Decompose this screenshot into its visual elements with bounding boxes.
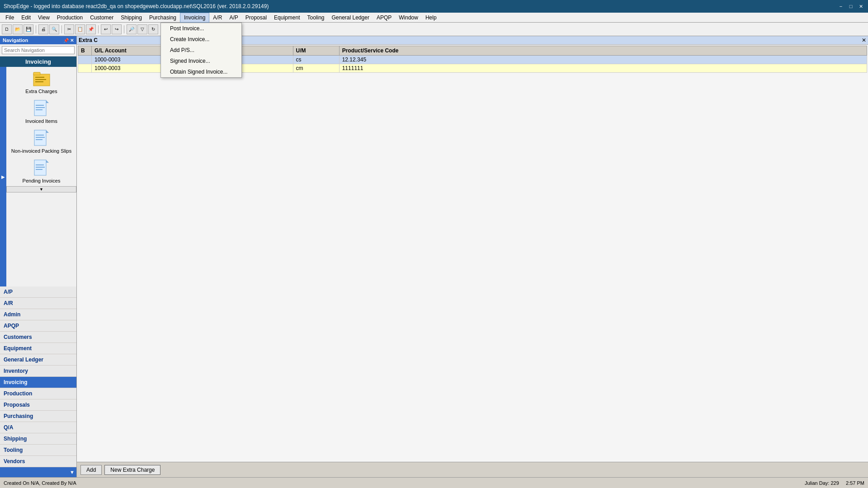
nav-icon-extra-charges[interactable]: Extra Charges: [6, 67, 76, 97]
menu-purchasing[interactable]: Purchasing: [146, 13, 180, 23]
table-container: B G/L Account Unit Price U/M Product/Ser…: [77, 45, 868, 462]
menu-production[interactable]: Production: [53, 13, 86, 23]
add-button[interactable]: Add: [80, 465, 102, 475]
menu-view[interactable]: View: [34, 13, 53, 23]
new-extra-charge-button[interactable]: New Extra Charge: [104, 465, 160, 475]
toolbar-save[interactable]: 💾: [24, 24, 33, 34]
toolbar-preview[interactable]: 🔍: [49, 24, 59, 34]
svg-rect-14: [36, 164, 44, 165]
menu-ar[interactable]: A/R: [209, 13, 226, 23]
maximize-button[interactable]: □: [847, 3, 854, 10]
pending-invoices-label: Pending Invoices: [23, 178, 61, 183]
nav-cat-invoicing[interactable]: Invoicing: [0, 377, 76, 388]
status-bar: Created On N/A, Created By N/A Julian Da…: [0, 477, 868, 488]
menu-bar: File Edit View Production Customer Shipp…: [0, 13, 868, 23]
menu-gl[interactable]: General Ledger: [328, 13, 373, 23]
close-button[interactable]: ✕: [857, 3, 864, 10]
menu-tooling[interactable]: Tooling: [303, 13, 328, 23]
nav-cat-tooling[interactable]: Tooling: [0, 445, 76, 456]
nav-cat-admin[interactable]: Admin: [0, 309, 76, 320]
menu-help[interactable]: Help: [422, 13, 440, 23]
content-close-button[interactable]: ✕: [862, 37, 866, 43]
nav-header-label: Navigation: [3, 38, 28, 43]
menu-customer[interactable]: Customer: [86, 13, 117, 23]
non-invoiced-icon: [33, 129, 51, 147]
nav-cat-proposals[interactable]: Proposals: [0, 399, 76, 411]
menu-file[interactable]: File: [2, 13, 18, 23]
nav-cat-purchasing[interactable]: Purchasing: [0, 411, 76, 422]
invoiced-items-label: Invoiced Items: [25, 118, 57, 124]
nav-icons-area: ▶ Extra Charges: [0, 67, 76, 286]
nav-panel: Navigation 📌 ✕ Invoicing ▶: [0, 36, 77, 477]
cell-b-2: [78, 64, 92, 73]
main-layout: Navigation 📌 ✕ Invoicing ▶: [0, 36, 868, 477]
toolbar-refresh[interactable]: ↻: [148, 24, 158, 34]
dropdown-obtain-signed[interactable]: Obtain Signed Invoice...: [161, 66, 241, 77]
toolbar-sep1: [36, 25, 36, 33]
dropdown-create-invoice[interactable]: Create Invoice...: [161, 34, 241, 45]
toolbar-undo[interactable]: ↩: [101, 24, 111, 34]
nav-cat-shipping[interactable]: Shipping: [0, 433, 76, 445]
nav-cat-qa[interactable]: Q/A: [0, 422, 76, 433]
toolbar-cut[interactable]: ✂: [64, 24, 74, 34]
nav-cat-ap[interactable]: A/P: [0, 286, 76, 298]
nav-header: Navigation 📌 ✕: [0, 36, 76, 44]
toolbar-print[interactable]: 🖨: [38, 24, 48, 34]
extra-charges-icon: [33, 70, 51, 88]
cell-um-1: cs: [293, 56, 339, 64]
toolbar-new[interactable]: 🗋: [2, 24, 12, 34]
svg-rect-1: [33, 72, 40, 75]
expand-nav-button[interactable]: ▶: [0, 67, 6, 286]
menu-window[interactable]: Window: [395, 13, 422, 23]
nav-pin-button[interactable]: 📌: [63, 38, 69, 43]
nav-cat-production[interactable]: Production: [0, 388, 76, 399]
nav-search-area: [0, 44, 76, 56]
nav-scroll-down[interactable]: ▼: [6, 186, 76, 192]
cell-code-2: 1111111: [339, 64, 867, 73]
nav-icon-invoiced-items[interactable]: Invoiced Items: [6, 97, 76, 127]
nav-cat-inventory[interactable]: Inventory: [0, 366, 76, 377]
toolbar-redo[interactable]: ↪: [112, 24, 122, 34]
toolbar-paste[interactable]: 📌: [86, 24, 96, 34]
nav-search-input[interactable]: [2, 46, 75, 54]
toolbar-open[interactable]: 📂: [13, 24, 23, 34]
menu-equipment[interactable]: Equipment: [270, 13, 303, 23]
svg-rect-2: [35, 77, 44, 78]
status-time: 2:57 PM: [846, 480, 864, 486]
cell-um-2: cm: [293, 64, 339, 73]
cell-code-1: 12.12.345: [339, 56, 867, 64]
nav-footer: ▼: [0, 467, 76, 477]
nav-collapse-button[interactable]: ▼: [70, 469, 75, 475]
nav-cat-ar[interactable]: A/R: [0, 298, 76, 309]
invoicing-dropdown-menu: Post Invoice... Create Invoice... Add P/…: [160, 23, 242, 78]
menu-ap[interactable]: A/P: [226, 13, 241, 23]
menu-apqp[interactable]: APQP: [373, 13, 395, 23]
svg-rect-6: [36, 105, 44, 106]
svg-rect-4: [35, 81, 43, 82]
dropdown-signed-invoice[interactable]: Signed Invoice...: [161, 56, 241, 66]
menu-edit[interactable]: Edit: [18, 13, 34, 23]
dropdown-add-ps[interactable]: Add P/S...: [161, 45, 241, 56]
menu-invoicing[interactable]: Invoicing: [180, 13, 209, 23]
minimize-button[interactable]: −: [837, 3, 844, 10]
menu-proposal[interactable]: Proposal: [242, 13, 270, 23]
toolbar-filter[interactable]: ▽: [137, 24, 147, 34]
title-bar: ShopEdge - logged into database react2db…: [0, 0, 868, 13]
nav-cat-vendors[interactable]: Vendors: [0, 456, 76, 467]
menu-shipping[interactable]: Shipping: [117, 13, 146, 23]
svg-rect-11: [36, 137, 45, 138]
nav-icon-pending-invoices[interactable]: Pending Invoices: [6, 156, 76, 186]
svg-rect-3: [35, 79, 46, 80]
nav-cat-customers[interactable]: Customers: [0, 332, 76, 343]
title-bar-controls: − □ ✕: [837, 3, 864, 10]
nav-cat-apqp[interactable]: APQP: [0, 320, 76, 332]
dropdown-post-invoice[interactable]: Post Invoice...: [161, 23, 241, 34]
nav-close-button[interactable]: ✕: [70, 38, 74, 43]
nav-icon-non-invoiced[interactable]: Non-invoiced Packing Slips: [6, 127, 76, 156]
content-area: Extra C ✕ B G/L Account Unit Price U/M P…: [77, 36, 868, 477]
nav-cat-equipment[interactable]: Equipment: [0, 343, 76, 354]
bottom-toolbar: Add New Extra Charge: [77, 462, 868, 477]
toolbar-find[interactable]: 🔎: [127, 24, 137, 34]
toolbar-copy[interactable]: 📋: [75, 24, 85, 34]
nav-cat-gl[interactable]: General Ledger: [0, 354, 76, 366]
